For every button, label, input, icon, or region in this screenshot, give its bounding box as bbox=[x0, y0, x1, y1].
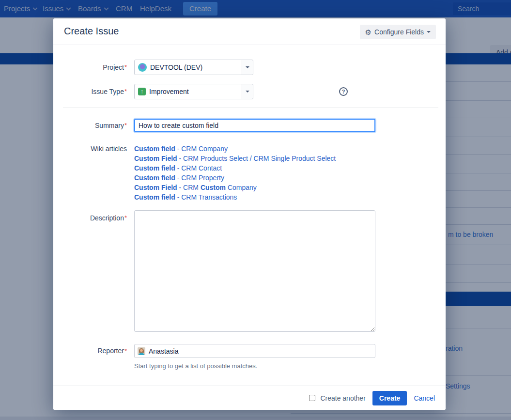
reporter-label: Reporter* bbox=[53, 344, 127, 358]
create-another-checkbox[interactable] bbox=[309, 395, 315, 401]
project-row: Project* DEVTOOL (DEV) bbox=[53, 60, 446, 75]
improvement-type-icon bbox=[138, 88, 146, 95]
caret-down-icon bbox=[427, 31, 431, 33]
caret-down-icon bbox=[246, 91, 249, 93]
project-select-value: DEVTOOL (DEV) bbox=[150, 63, 202, 71]
project-select[interactable]: DEVTOOL (DEV) bbox=[134, 60, 253, 75]
configure-fields-button[interactable]: ⚙ Configure Fields bbox=[360, 25, 436, 39]
project-select-dropdown-button[interactable] bbox=[242, 60, 253, 75]
reporter-field[interactable]: Anastasia bbox=[134, 344, 375, 358]
project-avatar-icon bbox=[138, 63, 147, 72]
dialog-title: Create Issue bbox=[64, 26, 119, 37]
gear-icon: ⚙ bbox=[365, 29, 372, 36]
description-textarea[interactable] bbox=[134, 210, 375, 332]
dialog-header: Create Issue ⚙ Configure Fields bbox=[53, 18, 446, 45]
dialog-footer: Create another Create Cancel bbox=[53, 386, 446, 410]
summary-row: Summary* bbox=[53, 119, 446, 132]
wiki-article-link[interactable]: Custom field - CRM Property bbox=[134, 173, 336, 183]
configure-fields-label: Configure Fields bbox=[374, 28, 424, 36]
create-another-label[interactable]: Create another bbox=[320, 394, 365, 402]
reporter-help-text: Start typing to get a list of possible m… bbox=[134, 362, 257, 370]
summary-label: Summary* bbox=[53, 119, 127, 132]
reporter-value: Anastasia bbox=[149, 347, 178, 355]
wiki-articles-label: Wiki articles bbox=[53, 144, 127, 154]
project-select-value-wrap: DEVTOOL (DEV) bbox=[135, 63, 243, 72]
required-indicator: * bbox=[124, 214, 127, 221]
issue-type-select-value-wrap: Improvement bbox=[135, 88, 243, 95]
wiki-article-link[interactable]: Custom field - CRM Transactions bbox=[134, 192, 336, 202]
caret-down-icon bbox=[246, 66, 249, 68]
cancel-link[interactable]: Cancel bbox=[414, 394, 435, 402]
help-icon[interactable] bbox=[339, 87, 348, 96]
issue-type-select-dropdown-button[interactable] bbox=[242, 84, 253, 99]
required-indicator: * bbox=[124, 88, 127, 95]
required-indicator: * bbox=[124, 122, 127, 129]
issue-type-label: Issue Type* bbox=[53, 84, 127, 99]
wiki-articles-list: Custom field - CRM Company Custom Field … bbox=[134, 144, 336, 202]
required-indicator: * bbox=[124, 63, 127, 71]
description-label: Description* bbox=[53, 214, 127, 222]
issue-type-select[interactable]: Improvement bbox=[134, 84, 253, 99]
screen: Projects Issues Boards CRM HelpDesk Crea… bbox=[0, 0, 511, 420]
create-button[interactable]: Create bbox=[372, 391, 407, 405]
summary-input[interactable] bbox=[134, 119, 375, 132]
wiki-article-link[interactable]: Custom Field - CRM Custom Company bbox=[134, 183, 336, 192]
required-indicator: * bbox=[124, 347, 127, 355]
wiki-article-link[interactable]: Custom field - CRM Company bbox=[134, 144, 336, 154]
issue-type-select-value: Improvement bbox=[149, 88, 189, 95]
wiki-article-link[interactable]: Custom Field - CRM Products Select / CRM… bbox=[134, 154, 336, 163]
project-label: Project* bbox=[53, 60, 127, 75]
issue-type-row: Issue Type* Improvement bbox=[53, 84, 446, 99]
wiki-article-link[interactable]: Custom field - CRM Contact bbox=[134, 163, 336, 173]
user-avatar bbox=[138, 347, 145, 355]
reporter-row: Reporter* Anastasia bbox=[53, 344, 446, 358]
create-issue-dialog: Create Issue ⚙ Configure Fields Project*… bbox=[53, 18, 446, 410]
section-divider bbox=[63, 108, 438, 108]
